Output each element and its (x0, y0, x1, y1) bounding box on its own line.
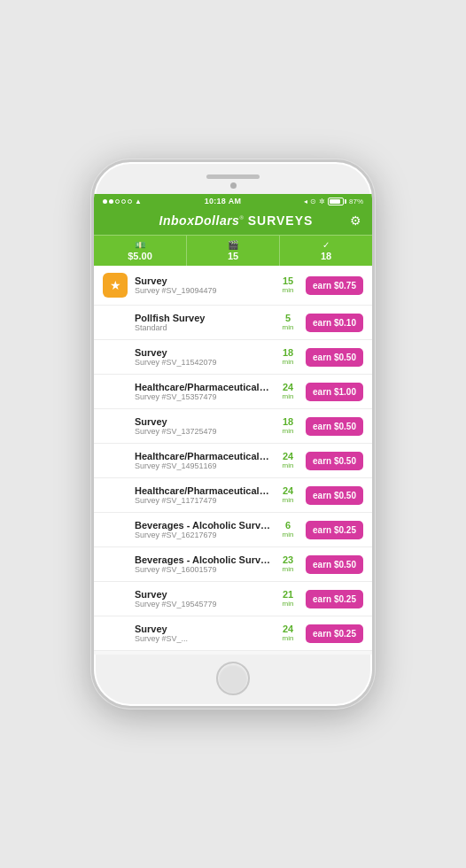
earn-button[interactable]: earn $0.25 (306, 521, 363, 539)
time-number: 24 (283, 383, 293, 392)
time-min-label: min (283, 565, 294, 573)
time-number: 21 (283, 590, 293, 600)
survey-id: Survey #SV_19545779 (135, 600, 270, 608)
status-left: ▲ (103, 198, 142, 205)
survey-item[interactable]: Beverages - Alcoholic Survey Survey #SV_… (94, 547, 372, 582)
survey-item[interactable]: ★ Survey Survey #SV_19094479 15 min earn… (94, 266, 372, 306)
survey-info: Survey Survey #SV_11542079 (135, 347, 270, 367)
survey-info: Healthcare/Pharmaceuticals Survey Survey… (135, 451, 270, 470)
stat-dollars-value: $5.00 (128, 251, 152, 261)
time-min-label: min (283, 358, 294, 366)
survey-item[interactable]: Pollfish Survey Standard 5 min earn $0.1… (94, 306, 372, 340)
battery-pct: 87% (349, 198, 363, 205)
bluetooth-icon: ✲ (319, 198, 325, 205)
location-icon: ◂ (304, 198, 307, 205)
earn-button[interactable]: earn $0.50 (306, 417, 363, 436)
battery-body (328, 198, 344, 205)
survey-info: Healthcare/Pharmaceuticals Survey Survey… (135, 485, 270, 505)
status-right: ◂ ⊙ ✲ 87% (304, 198, 363, 205)
survey-name: Survey (135, 416, 270, 427)
survey-name: Beverages - Alcoholic Survey (135, 554, 270, 565)
check-icon: ✓ (322, 240, 330, 250)
survey-info: Survey Survey #SV_19094479 (135, 275, 270, 295)
status-time: 10:18 AM (205, 197, 242, 205)
videos-icon: 🎬 (228, 240, 238, 250)
survey-id: Survey #SV_11542079 (135, 358, 270, 367)
survey-info: Beverages - Alcoholic Survey Survey #SV_… (135, 520, 270, 539)
survey-item[interactable]: Healthcare/Pharmaceuticals Survey Survey… (94, 375, 372, 409)
survey-item[interactable]: Survey Survey #SV_19545779 21 min earn $… (94, 582, 372, 616)
survey-item[interactable]: Healthcare/Pharmaceuticals Survey Survey… (94, 478, 372, 513)
time-number: 5 (285, 314, 291, 323)
survey-info: Survey Survey #SV_19545779 (135, 589, 270, 608)
survey-time: 24 min (277, 452, 299, 469)
earn-button[interactable]: earn $0.50 (306, 348, 363, 367)
survey-time: 6 min (277, 521, 299, 539)
time-number: 24 (283, 486, 293, 496)
battery-fill (330, 199, 340, 204)
wifi-icon: ▲ (135, 198, 142, 205)
time-min-label: min (283, 286, 294, 294)
stat-completed: ✓ 18 (280, 236, 372, 266)
survey-name: Survey (135, 589, 270, 600)
dot4 (121, 199, 126, 204)
stat-videos-value: 15 (228, 251, 238, 261)
survey-time: 18 min (277, 348, 299, 366)
time-number: 15 (283, 276, 293, 286)
survey-item[interactable]: Healthcare/Pharmaceuticals Survey Survey… (94, 444, 372, 478)
dot1 (103, 199, 107, 204)
earn-button[interactable]: earn $0.25 (306, 590, 363, 608)
earn-button[interactable]: earn $0.50 (306, 555, 363, 574)
survey-name: Healthcare/Pharmaceuticals Survey (135, 382, 270, 392)
survey-info: Survey Survey #SV_... (135, 624, 270, 643)
earn-button[interactable]: earn $0.25 (306, 624, 363, 643)
time-min-label: min (283, 427, 294, 435)
earn-button[interactable]: earn $0.50 (306, 486, 363, 505)
survey-item[interactable]: Survey Survey #SV_11542079 18 min earn $… (94, 340, 372, 375)
survey-time: 18 min (277, 417, 299, 435)
battery-tip (345, 199, 346, 204)
earn-button[interactable]: earn $0.10 (306, 314, 363, 332)
survey-id: Survey #SV_... (135, 634, 270, 643)
stat-videos: 🎬 15 (187, 236, 280, 266)
time-min-label: min (283, 634, 294, 642)
survey-name: Beverages - Alcoholic Survey (135, 520, 270, 531)
survey-list[interactable]: ★ Survey Survey #SV_19094479 15 min earn… (94, 266, 372, 655)
time-number: 18 (283, 417, 293, 427)
survey-name: Pollfish Survey (135, 313, 270, 323)
time-min-label: min (283, 392, 294, 400)
survey-time: 15 min (277, 276, 299, 294)
survey-name: Healthcare/Pharmaceuticals Survey (135, 485, 270, 496)
survey-id: Survey #SV_11717479 (135, 496, 270, 505)
survey-item[interactable]: Survey Survey #SV_... 24 min earn $0.25 (94, 616, 372, 651)
star-icon: ★ (110, 278, 121, 292)
earn-button[interactable]: earn $0.75 (306, 276, 363, 295)
survey-name: Survey (135, 624, 270, 634)
survey-id: Survey #SV_14951169 (135, 461, 270, 470)
time-number: 24 (283, 452, 293, 461)
time-number: 24 (283, 624, 293, 634)
survey-time: 5 min (277, 314, 299, 331)
survey-info: Healthcare/Pharmaceuticals Survey Survey… (135, 382, 270, 401)
gear-icon[interactable]: ⚙ (350, 213, 361, 228)
featured-icon: ★ (103, 273, 128, 298)
time-number: 6 (285, 521, 291, 531)
time-number: 18 (283, 348, 293, 358)
survey-id: Survey #SV_19094479 (135, 286, 270, 295)
phone-frame: ▲ 10:18 AM ◂ ⊙ ✲ 87% InboxDollars® (91, 159, 375, 709)
survey-time: 24 min (277, 624, 299, 642)
stat-dollars: 💵 $5.00 (94, 236, 187, 266)
time-min-label: min (283, 600, 294, 608)
survey-time: 21 min (277, 590, 299, 608)
dollars-icon: 💵 (135, 240, 145, 250)
signal-icon (103, 199, 132, 204)
survey-item[interactable]: Beverages - Alcoholic Survey Survey #SV_… (94, 513, 372, 547)
earn-button[interactable]: earn $0.50 (306, 452, 363, 470)
survey-id: Survey #SV_16217679 (135, 531, 270, 539)
stat-completed-value: 18 (321, 251, 331, 261)
home-button[interactable] (216, 662, 250, 695)
survey-item[interactable]: Survey Survey #SV_13725479 18 min earn $… (94, 409, 372, 444)
earn-button[interactable]: earn $1.00 (306, 383, 363, 401)
time-number: 23 (283, 555, 293, 565)
survey-info: Survey Survey #SV_13725479 (135, 416, 270, 436)
